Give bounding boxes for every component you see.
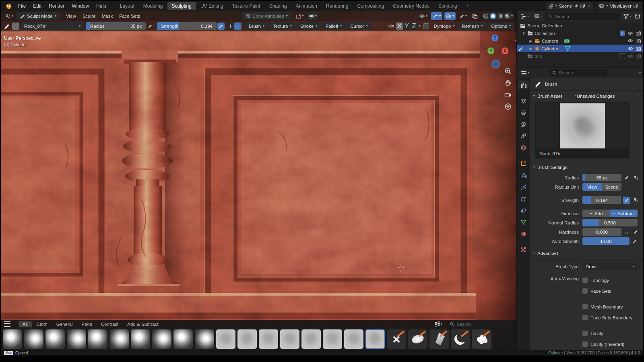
brush-thumb-sculpt-blob[interactable] bbox=[66, 329, 87, 349]
brush-type-dropdown[interactable]: Draw ▾ bbox=[582, 263, 638, 270]
outliner-display-mode[interactable]: ▾ bbox=[519, 12, 530, 21]
tab-texture-paint[interactable]: Texture Paint bbox=[228, 2, 265, 10]
brush-thumb-sculpt-blob[interactable] bbox=[24, 329, 44, 349]
brush-thumb-rock-texture[interactable] bbox=[258, 329, 279, 349]
material-shading-icon[interactable] bbox=[497, 13, 503, 19]
direction-subtract-button[interactable]: −Subtract bbox=[610, 210, 638, 217]
properties-search[interactable] bbox=[549, 69, 607, 76]
tab-object[interactable] bbox=[518, 159, 528, 168]
new-viewlayer-icon[interactable] bbox=[634, 4, 638, 8]
tab-scripting[interactable]: Scripting bbox=[434, 2, 462, 10]
topology-checkbox[interactable] bbox=[582, 278, 588, 283]
row-camera[interactable]: ▶ Camera bbox=[517, 37, 643, 45]
ortho-grid-button[interactable] bbox=[504, 103, 512, 110]
menu-face-sets[interactable]: Face Sets bbox=[116, 14, 143, 19]
tab-constraints[interactable] bbox=[518, 206, 528, 215]
render-camera-icon[interactable] bbox=[636, 54, 641, 59]
shelf-tab-general[interactable]: General bbox=[52, 321, 77, 327]
brush-thumb-sculpt-blob[interactable] bbox=[109, 329, 129, 349]
radius-pen-pressure-icon[interactable] bbox=[623, 174, 630, 181]
xray-toggle[interactable] bbox=[471, 12, 479, 20]
tab-uv-editing[interactable]: UV Editing bbox=[196, 2, 228, 10]
popover-dyntopo[interactable]: Dyntopo▾ bbox=[431, 22, 458, 30]
advanced-panel-header[interactable]: ▾ Advanced bbox=[530, 248, 643, 259]
symmetry-x-toggle[interactable]: X bbox=[396, 23, 403, 30]
brush-thumb-sculpt-blob[interactable] bbox=[194, 329, 215, 349]
brush-thumb-sculpt-blob[interactable] bbox=[152, 329, 172, 349]
radius-slider-header[interactable]: Radius 35 px bbox=[86, 22, 146, 30]
tab-particles[interactable] bbox=[518, 183, 528, 191]
brush-cursor-popover[interactable]: ▾ bbox=[307, 12, 318, 20]
auto-smooth-slider[interactable]: 1.000 bbox=[582, 237, 630, 245]
hide-eye-icon[interactable] bbox=[627, 39, 633, 43]
brush-name-selector[interactable]: Rock_07b* ▾ bbox=[21, 22, 84, 30]
render-camera-icon[interactable] bbox=[636, 31, 641, 36]
hide-eye-icon[interactable] bbox=[627, 31, 633, 35]
brush-thumb-sculpt-blob[interactable] bbox=[130, 329, 151, 349]
brush-thumb-rock-texture[interactable] bbox=[301, 329, 321, 349]
brush-thumb-sculpt-blob[interactable] bbox=[173, 329, 193, 349]
strength-input-mapping-icon[interactable] bbox=[632, 197, 639, 204]
scene-selector[interactable]: ▾ Scene ✕ bbox=[546, 2, 594, 10]
tab-object-data[interactable] bbox=[518, 218, 528, 226]
strength-slider[interactable]: 0.194 bbox=[582, 196, 621, 204]
wireframe-shading-icon[interactable] bbox=[483, 13, 489, 19]
gizmo-z-axis[interactable]: Z bbox=[491, 35, 498, 41]
symmetry-dropdown-arrow[interactable]: ▾ bbox=[419, 25, 421, 28]
blender-logo-icon[interactable] bbox=[5, 2, 12, 10]
mode-selector[interactable]: Sculpt Mode ▾ bbox=[17, 12, 60, 20]
properties-options-arrow[interactable]: ▾ bbox=[639, 71, 641, 74]
auto-smooth-pen-icon[interactable] bbox=[631, 238, 638, 245]
new-collection-icon[interactable] bbox=[635, 14, 641, 19]
render-camera-icon[interactable] bbox=[636, 46, 641, 51]
collection-checkbox[interactable]: ✓ bbox=[620, 31, 625, 36]
tmp-checkbox[interactable] bbox=[619, 53, 625, 59]
popover-remesh[interactable]: Remesh▾ bbox=[459, 22, 486, 30]
strength-pen-pressure-icon[interactable] bbox=[623, 197, 630, 204]
show-gizmos-toggle[interactable]: ▾ bbox=[431, 12, 442, 20]
popover-texture[interactable]: Texture▾ bbox=[270, 22, 295, 30]
shelf-display-popover[interactable]: ▾ bbox=[433, 320, 444, 328]
new-scene-icon[interactable] bbox=[580, 4, 585, 8]
direction-add-button[interactable]: +Add bbox=[582, 210, 610, 217]
normal-radius-slider[interactable]: 0.500 bbox=[582, 219, 638, 226]
gizmo-x-axis[interactable]: X bbox=[502, 47, 508, 54]
pin-icon[interactable] bbox=[574, 4, 578, 8]
brush-thumb-crescent[interactable] bbox=[450, 329, 471, 349]
shelf-search-input[interactable] bbox=[456, 321, 510, 327]
show-overlays-toggle[interactable]: ▾ bbox=[444, 12, 456, 20]
shelf-tab-contrast[interactable]: Contrast bbox=[97, 321, 122, 327]
properties-search-input[interactable] bbox=[558, 70, 605, 76]
brush-thumb-sculpt-blob[interactable] bbox=[2, 329, 23, 349]
popover-stroke[interactable]: Stroke▾ bbox=[297, 22, 320, 30]
radius-input-mapping-icon[interactable] bbox=[632, 174, 639, 181]
hide-eye-icon[interactable] bbox=[627, 46, 633, 51]
tab-layout[interactable]: Layout bbox=[116, 2, 139, 10]
tab-scene[interactable] bbox=[518, 132, 528, 140]
popover-cursor[interactable]: Cursor▾ bbox=[347, 22, 371, 30]
brush-thumb-erase-x[interactable] bbox=[386, 329, 407, 349]
tab-texture[interactable] bbox=[518, 245, 528, 254]
radius-unit-view-button[interactable]: View bbox=[582, 183, 602, 191]
hardness-invert-icon[interactable]: ↔ bbox=[623, 228, 630, 236]
color-attributes-selector[interactable]: Color Attributes ▾ bbox=[242, 12, 291, 20]
row-cylinder[interactable]: ▶ Cylinder bbox=[517, 45, 643, 52]
cavity-inverted-checkbox[interactable] bbox=[582, 341, 588, 347]
brush-thumb-rock-texture[interactable] bbox=[280, 329, 300, 349]
cavity-checkbox[interactable] bbox=[582, 331, 588, 336]
menu-render[interactable]: Render bbox=[45, 3, 68, 9]
row-tmp[interactable]: tmp bbox=[517, 52, 643, 60]
tab-sculpting[interactable]: Sculpting bbox=[167, 2, 196, 10]
menu-sculpt[interactable]: Sculpt bbox=[79, 14, 99, 19]
brush-thumb-disc[interactable] bbox=[408, 329, 428, 349]
dyntopo-checkbox[interactable] bbox=[423, 23, 429, 29]
menu-mask[interactable]: Mask bbox=[99, 14, 116, 19]
row-collection[interactable]: ▼ Collection ✓ bbox=[517, 29, 643, 37]
shelf-tab-all[interactable]: All bbox=[19, 321, 32, 327]
shelf-tab-paint[interactable]: Paint bbox=[78, 321, 96, 327]
shelf-menu-icon[interactable] bbox=[4, 321, 10, 327]
brush-thumb-rock-texture[interactable] bbox=[322, 329, 343, 349]
gizmo-z-negative[interactable] bbox=[491, 60, 500, 68]
brush-thumb-rock-texture[interactable] bbox=[344, 329, 364, 349]
outliner-search[interactable] bbox=[545, 12, 620, 20]
